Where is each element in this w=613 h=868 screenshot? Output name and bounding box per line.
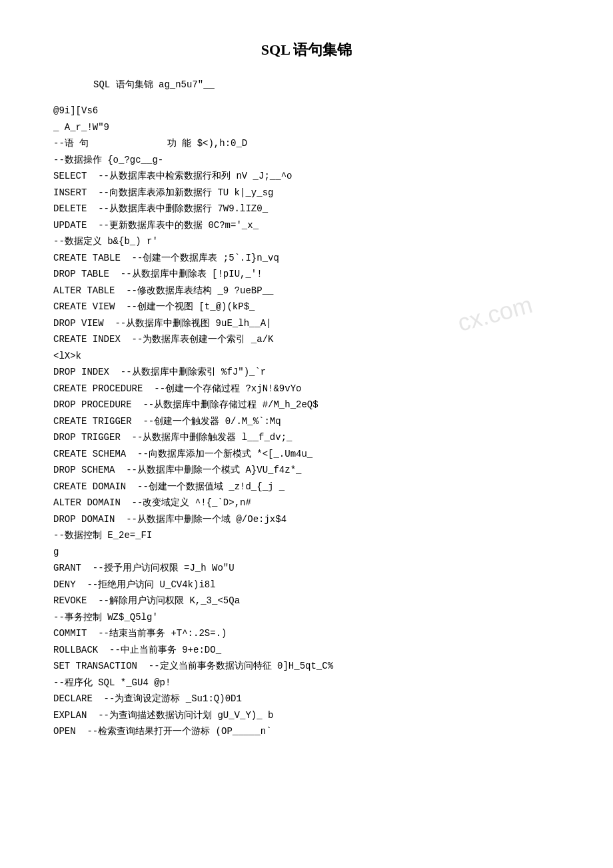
page-title: SQL 语句集锦 <box>53 40 560 60</box>
page-wrapper: SQL 语句集锦 SQL 语句集锦 ag_n5u7"__ @9i][Vs6 _ … <box>53 40 560 740</box>
subtitle: SQL 语句集锦 ag_n5u7"__ <box>93 79 560 91</box>
content-block: @9i][Vs6 _ A_r_!W"9 --语 句 功 能 $<),h:0_D … <box>53 103 560 740</box>
